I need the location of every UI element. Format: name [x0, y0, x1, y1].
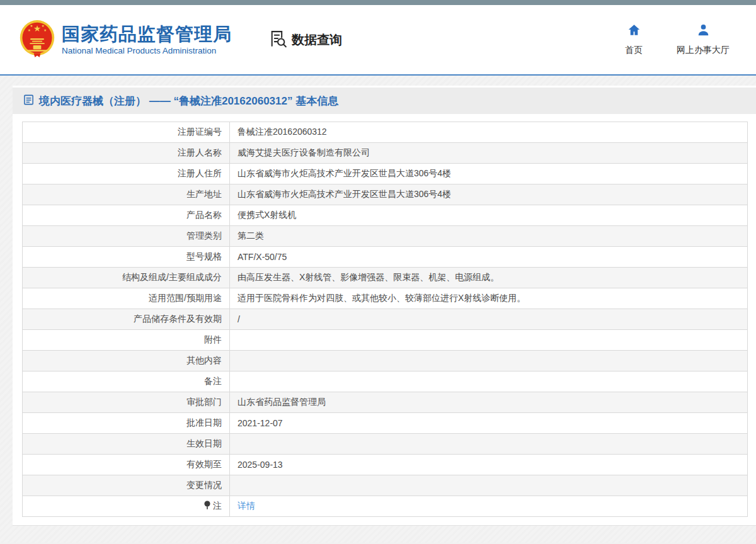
row-value — [230, 475, 748, 496]
row-value: 适用于医院骨科作为对四肢、或其他较小、较薄部位进行X射线诊断使用。 — [230, 288, 748, 309]
brand[interactable]: ★ ★ ★ ★ ★ 国家药品监督管理局 National Medical Pro… — [19, 19, 232, 60]
table-row: 批准日期2021-12-07 — [23, 413, 748, 434]
table-row: 生效日期 — [23, 434, 748, 455]
brand-subtitle: National Medical Products Administration — [62, 46, 232, 55]
nav-item-home[interactable]: 首页 — [619, 23, 649, 56]
table-row: 注详情 — [23, 496, 748, 517]
table-row: 结构及组成/主要组成成分由高压发生器、X射线管、影像增强器、限束器、机架、电源组… — [23, 268, 748, 288]
row-label: 注册人住所 — [23, 164, 230, 184]
row-label: 其他内容 — [23, 351, 230, 371]
page-background: 境内医疗器械（注册） —— “鲁械注准20162060312” 基本信息 注册证… — [0, 76, 756, 543]
top-bar — [0, 0, 756, 5]
row-label: 生产地址 — [23, 184, 230, 205]
row-label: 注 — [23, 496, 230, 517]
table-row: 管理类别第二类 — [23, 226, 748, 247]
row-label: 附件 — [23, 330, 230, 351]
pin-icon — [203, 501, 211, 510]
row-value: 山东省威海市火炬高技术产业开发区世昌大道306号4楼 — [230, 164, 748, 184]
content-container: 境内医疗器械（注册） —— “鲁械注准20162060312” 基本信息 注册证… — [13, 86, 756, 526]
page-title: 境内医疗器械（注册） —— “鲁械注准20162060312” 基本信息 — [39, 94, 338, 108]
svg-text:★: ★ — [43, 28, 47, 32]
row-label: 生效日期 — [23, 434, 230, 455]
row-value: / — [230, 309, 748, 330]
nav-label-home: 首页 — [625, 45, 643, 56]
row-label: 备注 — [23, 371, 230, 392]
svg-text:★: ★ — [30, 24, 33, 28]
row-label: 结构及组成/主要组成成分 — [23, 268, 230, 288]
row-label: 型号规格 — [23, 247, 230, 268]
detail-link[interactable]: 详情 — [238, 501, 255, 511]
document-search-icon — [268, 29, 288, 51]
page-title-bar: 境内医疗器械（注册） —— “鲁械注准20162060312” 基本信息 — [13, 88, 756, 114]
row-label: 审批部门 — [23, 392, 230, 413]
table-row: 型号规格ATF/X-50/75 — [23, 247, 748, 268]
row-label: 变更情况 — [23, 475, 230, 496]
row-value — [230, 434, 748, 455]
table-row: 变更情况 — [23, 475, 748, 496]
document-list-icon — [23, 94, 35, 108]
table-row: 生产地址山东省威海市火炬高技术产业开发区世昌大道306号4楼 — [23, 184, 748, 205]
svg-text:★: ★ — [42, 24, 45, 28]
row-value — [230, 330, 748, 351]
table-row: 其他内容 — [23, 351, 748, 371]
table-row: 附件 — [23, 330, 748, 351]
row-value — [230, 371, 748, 392]
row-value: 2025-09-13 — [230, 455, 748, 475]
site-header: ★ ★ ★ ★ ★ 国家药品监督管理局 National Medical Pro… — [0, 5, 756, 76]
row-label: 管理类别 — [23, 226, 230, 247]
row-label: 注册证编号 — [23, 122, 230, 143]
table-row: 有效期至2025-09-13 — [23, 455, 748, 475]
row-value: 详情 — [230, 496, 748, 517]
table-row: 备注 — [23, 371, 748, 392]
row-value: 威海艾提夫医疗设备制造有限公司 — [230, 143, 748, 164]
nav-label-service-hall: 网上办事大厅 — [677, 45, 730, 56]
row-value: 第二类 — [230, 226, 748, 247]
row-value: 2021-12-07 — [230, 413, 748, 434]
row-value: ATF/X-50/75 — [230, 247, 748, 268]
svg-text:★: ★ — [33, 24, 41, 33]
row-value: 山东省威海市火炬高技术产业开发区世昌大道306号4楼 — [230, 184, 748, 205]
table-row: 适用范围/预期用途适用于医院骨科作为对四肢、或其他较小、较薄部位进行X射线诊断使… — [23, 288, 748, 309]
row-label: 批准日期 — [23, 413, 230, 434]
row-value: 便携式X射线机 — [230, 205, 748, 226]
home-icon — [627, 23, 641, 40]
row-label: 产品名称 — [23, 205, 230, 226]
table-row: 注册证编号鲁械注准20162060312 — [23, 122, 748, 143]
national-emblem-logo: ★ ★ ★ ★ ★ — [19, 19, 55, 60]
table-row: 产品名称便携式X射线机 — [23, 205, 748, 226]
data-query-section[interactable]: 数据查询 — [268, 29, 342, 51]
svg-text:★: ★ — [28, 28, 31, 32]
row-label: 产品储存条件及有效期 — [23, 309, 230, 330]
row-label: 适用范围/预期用途 — [23, 288, 230, 309]
row-value: 鲁械注准20162060312 — [230, 122, 748, 143]
table-row: 产品储存条件及有效期/ — [23, 309, 748, 330]
header-nav: 首页 网上办事大厅 — [619, 23, 730, 56]
data-query-label: 数据查询 — [292, 31, 342, 48]
row-label: 有效期至 — [23, 455, 230, 475]
table-row: 审批部门山东省药品监督管理局 — [23, 392, 748, 413]
row-value: 山东省药品监督管理局 — [230, 392, 748, 413]
table-row: 注册人住所山东省威海市火炬高技术产业开发区世昌大道306号4楼 — [23, 164, 748, 184]
row-label: 注册人名称 — [23, 143, 230, 164]
row-value: 由高压发生器、X射线管、影像增强器、限束器、机架、电源组成。 — [230, 268, 748, 288]
row-value — [230, 351, 748, 371]
person-icon — [696, 23, 711, 40]
brand-title: 国家药品监督管理局 — [62, 24, 232, 45]
registration-info-table: 注册证编号鲁械注准20162060312注册人名称威海艾提夫医疗设备制造有限公司… — [22, 122, 748, 517]
nav-item-service-hall[interactable]: 网上办事大厅 — [677, 23, 730, 56]
table-row: 注册人名称威海艾提夫医疗设备制造有限公司 — [23, 143, 748, 164]
